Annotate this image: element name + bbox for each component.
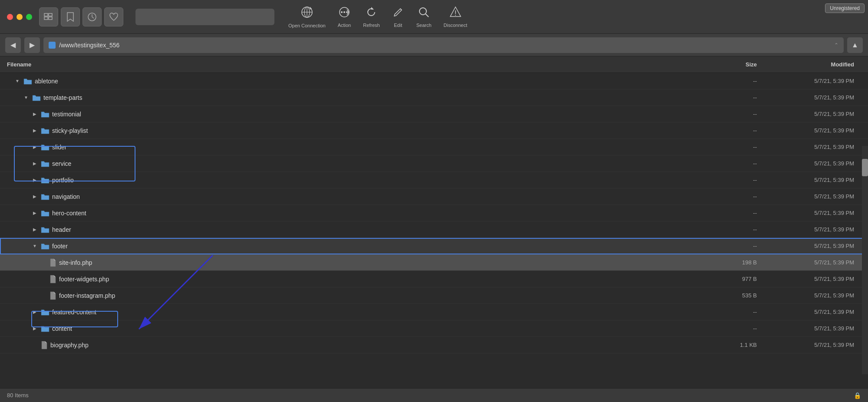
- size-cell: --: [705, 177, 774, 183]
- folder-name-testimonial: testimonial: [52, 111, 81, 118]
- upload-button[interactable]: ▲: [847, 37, 863, 53]
- folder-icon: [41, 325, 50, 332]
- expand-button[interactable]: ▶: [31, 309, 38, 316]
- modified-cell: 5/7/21, 5:39 PM: [774, 342, 861, 348]
- open-connection-button[interactable]: + Open Connection: [288, 6, 326, 28]
- folder-row-abletone[interactable]: ▼ abletone -- 5/7/21, 5:39 PM: [0, 73, 868, 89]
- close-button[interactable]: [7, 14, 13, 20]
- forward-button[interactable]: ▶: [24, 37, 40, 53]
- svg-rect-3: [49, 17, 52, 20]
- expand-button[interactable]: ▶: [31, 325, 38, 332]
- expand-button[interactable]: ▶: [31, 226, 38, 233]
- search-button[interactable]: Search: [416, 6, 432, 28]
- file-name-cell: ▼ template-parts: [23, 94, 705, 101]
- folder-row-portfolio[interactable]: ▶ portfolio -- 5/7/21, 5:39 PM: [0, 172, 868, 188]
- path-bar[interactable]: /www/testingsitex_556 ⌃: [43, 37, 844, 53]
- folder-row-content[interactable]: ▶ content -- 5/7/21, 5:39 PM: [0, 320, 868, 337]
- modified-cell: 5/7/21, 5:39 PM: [774, 292, 861, 299]
- folder-row-sticky-playlist[interactable]: ▶ sticky-playlist -- 5/7/21, 5:39 PM: [0, 122, 868, 139]
- size-cell: 535 B: [705, 292, 774, 299]
- svg-marker-16: [371, 7, 374, 10]
- folder-row-template-parts[interactable]: ▼ template-parts -- 5/7/21, 5:39 PM: [0, 89, 868, 106]
- file-icon: [50, 291, 56, 300]
- folder-row-footer[interactable]: ▼ footer -- 5/7/21, 5:39 PM: [0, 238, 868, 254]
- file-name-cell: ▼ abletone: [14, 78, 705, 85]
- folder-icon: [32, 94, 41, 101]
- size-cell: --: [705, 94, 774, 101]
- folder-row-featured-content[interactable]: ▶ featured-content -- 5/7/21, 5:39 PM: [0, 304, 868, 320]
- heart-button[interactable]: [104, 7, 123, 26]
- folder-icon: [41, 193, 50, 200]
- unregistered-badge: Unregistered: [825, 3, 865, 13]
- file-row-footer-instagram[interactable]: footer-instagram.php 535 B 5/7/21, 5:39 …: [0, 287, 868, 304]
- grid-view-button[interactable]: [39, 7, 58, 26]
- folder-icon: [41, 226, 50, 233]
- history-button[interactable]: [83, 7, 102, 26]
- file-row-site-info[interactable]: site-info.php 198 B 5/7/21, 5:39 PM: [0, 254, 868, 271]
- edit-button[interactable]: Edit: [392, 6, 404, 28]
- expand-button[interactable]: ▶: [31, 144, 38, 151]
- maximize-button[interactable]: [26, 14, 32, 20]
- current-path: /www/testingsitex_556: [59, 42, 119, 49]
- file-name-cell: ▶ content: [31, 325, 705, 332]
- file-name-cell: ▶ portfolio: [31, 177, 705, 184]
- size-cell: --: [705, 144, 774, 150]
- expand-button[interactable]: ▶: [31, 160, 38, 167]
- scrollbar-thumb[interactable]: [862, 159, 868, 176]
- collapse-button[interactable]: ▼: [31, 243, 38, 250]
- file-name-cell: footer-widgets.php: [40, 275, 705, 283]
- refresh-button[interactable]: Refresh: [363, 6, 380, 28]
- file-name-cell: ▶ testimonial: [31, 111, 705, 118]
- folder-name-template-parts: template-parts: [43, 94, 82, 101]
- file-name-cell: ▶ navigation: [31, 193, 705, 200]
- folder-row-slider[interactable]: ▶ slider -- 5/7/21, 5:39 PM: [0, 139, 868, 155]
- folder-name-portfolio: portfolio: [52, 177, 74, 184]
- file-name-cell: ▶ slider: [31, 144, 705, 151]
- size-cell: --: [705, 127, 774, 134]
- svg-point-14: [341, 11, 343, 13]
- folder-row-navigation[interactable]: ▶ navigation -- 5/7/21, 5:39 PM: [0, 188, 868, 205]
- expand-button[interactable]: ▶: [31, 177, 38, 184]
- expand-button[interactable]: ▶: [31, 111, 38, 118]
- chevron-icon: ⌃: [834, 42, 838, 48]
- expand-button[interactable]: ▶: [31, 127, 38, 134]
- file-name-site-info: site-info.php: [59, 259, 92, 266]
- folder-icon: [41, 144, 50, 151]
- svg-line-17: [400, 9, 402, 10]
- expand-button[interactable]: ▶: [31, 193, 38, 200]
- file-name-cell: ▶ sticky-playlist: [31, 127, 705, 134]
- folder-row-service[interactable]: ▶ service -- 5/7/21, 5:39 PM: [0, 155, 868, 172]
- file-icon: [50, 258, 56, 267]
- action-icon: [338, 6, 350, 21]
- folder-icon: [41, 243, 50, 250]
- expand-button[interactable]: ▶: [31, 210, 38, 217]
- folder-name-sticky-playlist: sticky-playlist: [52, 127, 88, 134]
- file-icon: [41, 341, 48, 349]
- modified-cell: 5/7/21, 5:39 PM: [774, 259, 861, 266]
- modified-cell: 5/7/21, 5:39 PM: [774, 78, 861, 84]
- size-cell: --: [705, 160, 774, 167]
- folder-row-hero-content[interactable]: ▶ hero-content -- 5/7/21, 5:39 PM: [0, 205, 868, 221]
- folder-row-header[interactable]: ▶ header -- 5/7/21, 5:39 PM: [0, 221, 868, 238]
- minimize-button[interactable]: [17, 14, 23, 20]
- refresh-label: Refresh: [363, 23, 380, 28]
- file-name-cell: ▼ footer: [31, 243, 705, 250]
- collapse-button[interactable]: ▼: [14, 78, 21, 85]
- disconnect-button[interactable]: Disconnect: [444, 6, 467, 28]
- size-cell: --: [705, 193, 774, 200]
- action-button[interactable]: Action: [338, 6, 351, 28]
- folder-icon: [41, 309, 50, 316]
- scrollbar[interactable]: [862, 146, 868, 374]
- back-button[interactable]: ◀: [5, 37, 21, 53]
- path-search-bar[interactable]: [135, 9, 274, 25]
- file-row-footer-widgets[interactable]: footer-widgets.php 977 B 5/7/21, 5:39 PM: [0, 271, 868, 287]
- modified-cell: 5/7/21, 5:39 PM: [774, 325, 861, 332]
- folder-row-testimonial[interactable]: ▶ testimonial -- 5/7/21, 5:39 PM: [0, 106, 868, 122]
- file-row-biography[interactable]: biography.php 1.1 KB 5/7/21, 5:39 PM: [0, 337, 868, 353]
- refresh-icon: [365, 6, 377, 21]
- search-label: Search: [416, 23, 432, 28]
- collapse-button[interactable]: ▼: [23, 94, 30, 101]
- folder-icon: [41, 177, 50, 184]
- bookmarks-button[interactable]: [61, 7, 80, 26]
- folder-name-footer: footer: [52, 243, 68, 250]
